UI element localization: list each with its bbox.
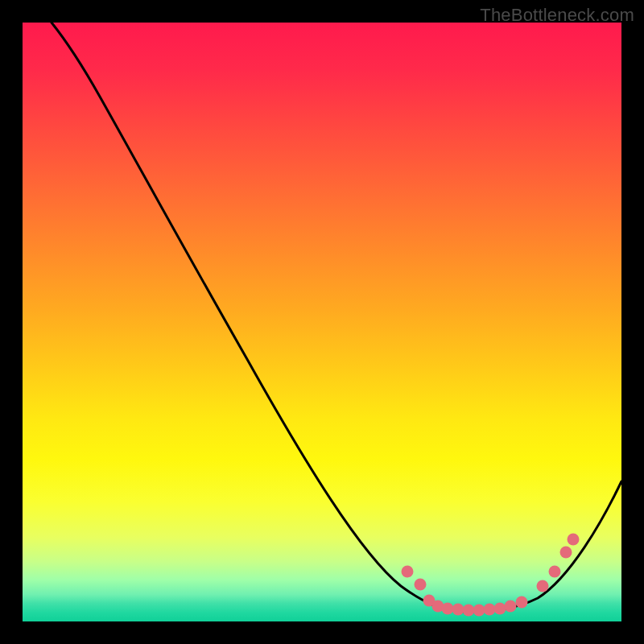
watermark-text: TheBottleneck.com [480, 5, 634, 26]
curve-marker [402, 566, 414, 578]
chart-frame: TheBottleneck.com [0, 0, 644, 644]
curve-marker [473, 605, 485, 617]
curve-marker [415, 579, 427, 591]
curve-marker [549, 566, 561, 578]
curve-marker [560, 547, 572, 559]
curve-marker [537, 580, 549, 592]
chart-svg [23, 23, 621, 621]
curve-marker [452, 604, 464, 616]
curve-marker [516, 597, 528, 609]
curve-marker [494, 603, 506, 615]
curve-marker [442, 603, 454, 615]
curve-marker [505, 601, 517, 613]
curve-marker [484, 604, 496, 616]
curve-marker [568, 534, 580, 546]
bottleneck-curve [52, 23, 621, 612]
curve-marker [463, 605, 475, 617]
marker-group [402, 534, 580, 617]
